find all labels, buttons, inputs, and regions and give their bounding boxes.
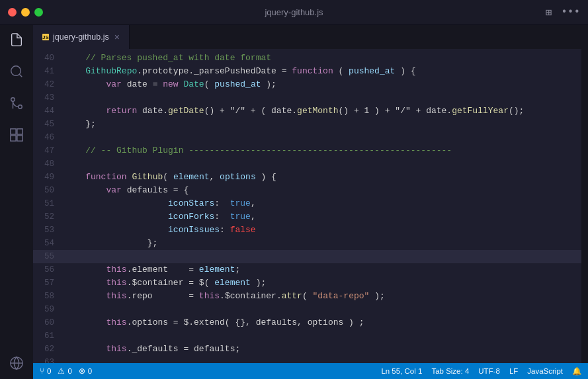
encoding[interactable]: UTF-8	[478, 367, 500, 375]
cursor-position[interactable]: Ln 55, Col 1	[381, 367, 422, 375]
line-content: iconIssues: false	[65, 224, 256, 237]
error-count: 0	[88, 367, 92, 375]
activity-search[interactable]	[7, 62, 26, 81]
bell-icon: 🔔	[572, 366, 581, 376]
tab-size-text: Tab Size: 4	[431, 367, 469, 375]
code-line-56: 56 this.element = element;	[33, 263, 581, 276]
activity-source-control[interactable]	[7, 94, 26, 112]
tab-jquery-github[interactable]: JS jquery-github.js ×	[33, 25, 130, 49]
tab-label: jquery-github.js	[53, 32, 109, 42]
line-content: this.options = $.extend( {}, defaults, o…	[65, 316, 364, 329]
status-bar: ⑂ 0 ⚠ 0 ⊗ 0 Ln 55, Col 1	[33, 363, 588, 379]
line-number: 42	[33, 80, 65, 89]
line-number: 49	[33, 173, 65, 182]
error-status[interactable]: ⊗ 0	[79, 366, 92, 376]
activity-bar-bottom	[7, 354, 26, 379]
line-number: 56	[33, 265, 65, 274]
line-content	[65, 356, 70, 363]
maximize-button[interactable]	[34, 8, 43, 17]
editor-content: 40 // Parses pushed_at with date format4…	[33, 49, 588, 363]
line-content: var defaults = {	[65, 184, 189, 197]
line-content	[65, 250, 70, 263]
svg-point-3	[11, 98, 15, 102]
svg-line-1	[19, 74, 22, 77]
line-content: function Github( element, options ) {	[65, 171, 276, 184]
language-mode[interactable]: JavaScript	[527, 367, 563, 375]
git-branch-status[interactable]: ⑂ 0	[40, 367, 51, 375]
warning-icon: ⚠	[58, 366, 65, 376]
status-bar-right: Ln 55, Col 1 Tab Size: 4 UTF-8 LF JavaSc…	[381, 366, 581, 376]
line-number: 61	[33, 331, 65, 341]
activity-files[interactable]	[7, 30, 26, 49]
activity-bar	[0, 25, 33, 379]
app-window: jquery-github.js ⊞ •••	[0, 0, 588, 379]
svg-point-2	[19, 105, 22, 109]
code-line-54: 54 };	[33, 237, 581, 250]
more-actions-icon[interactable]: •••	[561, 6, 580, 19]
code-line-55: 55	[33, 250, 581, 263]
error-icon: ⊗	[79, 366, 85, 376]
code-line-62: 62 this._defaults = defaults;	[33, 343, 581, 356]
code-line-53: 53 iconIssues: false	[33, 224, 581, 237]
code-editor[interactable]: 40 // Parses pushed_at with date format4…	[33, 49, 581, 363]
notification-bell[interactable]: 🔔	[572, 366, 581, 376]
code-line-41: 41 GithubRepo.prototype._parsePushedDate…	[33, 65, 581, 78]
code-line-42: 42 var date = new Date( pushed_at );	[33, 78, 581, 91]
line-number: 48	[33, 159, 65, 169]
line-number: 43	[33, 93, 65, 103]
svg-point-0	[11, 66, 21, 76]
language-mode-text: JavaScript	[527, 367, 563, 375]
line-number: 57	[33, 278, 65, 288]
activity-remote[interactable]	[7, 354, 26, 372]
svg-rect-5	[17, 129, 22, 134]
line-ending[interactable]: LF	[509, 367, 518, 375]
window-title: jquery-github.js	[265, 7, 323, 17]
code-line-59: 59	[33, 303, 581, 316]
svg-rect-4	[11, 129, 16, 134]
line-number: 40	[33, 54, 65, 63]
line-number: 47	[33, 146, 65, 155]
line-number: 54	[33, 239, 65, 248]
title-bar-right: ⊞ •••	[546, 6, 580, 19]
code-line-44: 44 return date.getDate() + "/" + ( date.…	[33, 105, 581, 118]
line-number: 46	[33, 133, 65, 142]
line-content: // -- Github Plugin --------------------…	[65, 144, 452, 157]
line-content: iconStars: true,	[65, 197, 256, 210]
code-line-58: 58 this.repo = this.$container.attr( "da…	[33, 290, 581, 303]
code-line-45: 45 };	[33, 118, 581, 131]
warning-status[interactable]: ⚠ 0	[58, 366, 71, 376]
tab-size[interactable]: Tab Size: 4	[431, 367, 469, 375]
code-line-57: 57 this.$container = $( element );	[33, 276, 581, 290]
git-branch-count: 0	[47, 367, 51, 375]
code-line-60: 60 this.options = $.extend( {}, defaults…	[33, 316, 581, 329]
line-number: 60	[33, 318, 65, 327]
tab-close-button[interactable]: ×	[114, 32, 120, 42]
warning-count: 0	[67, 367, 71, 375]
line-number: 44	[33, 106, 65, 116]
code-line-61: 61	[33, 329, 581, 343]
cursor-position-text: Ln 55, Col 1	[381, 367, 422, 375]
line-number: 58	[33, 292, 65, 301]
line-content: };	[65, 237, 157, 250]
line-number: 41	[33, 67, 65, 76]
line-content: this.repo = this.$container.attr( "data-…	[65, 290, 385, 303]
line-number: 51	[33, 199, 65, 208]
line-content	[65, 91, 70, 105]
line-content: // Parses pushed_at with date format	[65, 52, 271, 65]
close-button[interactable]	[8, 8, 17, 17]
line-content: this._defaults = defaults;	[65, 343, 240, 356]
code-line-43: 43	[33, 91, 581, 105]
line-content	[65, 329, 70, 343]
activity-extensions[interactable]	[7, 126, 26, 144]
line-content	[65, 131, 70, 144]
minimize-button[interactable]	[21, 8, 30, 17]
git-branch-icon: ⑂	[40, 367, 44, 375]
code-line-50: 50 var defaults = {	[33, 184, 581, 197]
code-line-46: 46	[33, 131, 581, 144]
title-bar: jquery-github.js ⊞ •••	[0, 0, 588, 25]
line-number: 53	[33, 226, 65, 235]
line-number: 52	[33, 212, 65, 222]
line-content: GithubRepo.prototype._parsePushedDate = …	[65, 65, 416, 78]
svg-rect-7	[11, 136, 16, 141]
split-editor-icon[interactable]: ⊞	[546, 6, 552, 19]
